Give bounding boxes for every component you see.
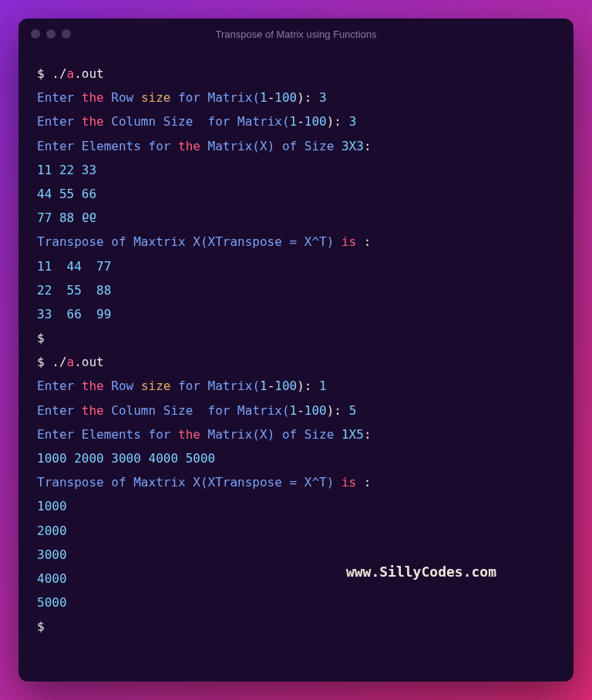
terminal-line: Enter Elements for the Matrix(X) of Size…: [37, 134, 555, 158]
terminal-line: $ ./a.out: [37, 62, 555, 86]
terminal-line: $: [37, 614, 555, 638]
terminal-line: $ ./a.out: [37, 350, 555, 374]
watermark: www.SillyCodes.com: [346, 558, 496, 585]
maximize-icon[interactable]: [62, 29, 71, 39]
terminal-line: 1000 2000 3000 4000 5000: [37, 446, 555, 470]
terminal-line: 77 88 99: [37, 206, 555, 230]
terminal-line: 5000: [37, 591, 555, 614]
minimize-icon[interactable]: [46, 29, 56, 39]
terminal-line: Enter Elements for the Matrix(X) of Size…: [37, 422, 555, 446]
terminal-line: 44 55 66: [37, 182, 555, 206]
terminal-window: Transpose of Matrix using Functions $ ./…: [18, 19, 574, 681]
title-bar: Transpose of Matrix using Functions: [18, 19, 574, 49]
terminal-line: Enter the Row size for Matrix(1-100): 3: [37, 86, 555, 109]
terminal-line: 33 66 99: [37, 302, 555, 326]
terminal-line: 2000: [37, 519, 555, 543]
terminal-line: Enter the Row size for Matrix(1-100): 1: [37, 374, 555, 398]
terminal-line: 1000: [37, 494, 555, 518]
terminal-line: Transpose of Maxtrix X(XTranspose = X^T)…: [37, 230, 555, 254]
terminal-line: 11 22 33: [37, 158, 555, 182]
terminal-body[interactable]: $ ./a.out Enter the Row size for Matrix(…: [18, 49, 574, 681]
terminal-line: Enter the Column Size for Matrix(1-100):…: [37, 109, 555, 133]
close-icon[interactable]: [31, 29, 40, 39]
terminal-line: 11 44 77: [37, 254, 555, 278]
terminal-line: Enter the Column Size for Matrix(1-100):…: [37, 399, 555, 422]
traffic-lights: [31, 29, 71, 39]
terminal-line: $: [37, 326, 555, 350]
terminal-line: Transpose of Maxtrix X(XTranspose = X^T)…: [37, 470, 555, 494]
terminal-line: 22 55 88: [37, 278, 555, 302]
window-title: Transpose of Matrix using Functions: [31, 29, 561, 40]
